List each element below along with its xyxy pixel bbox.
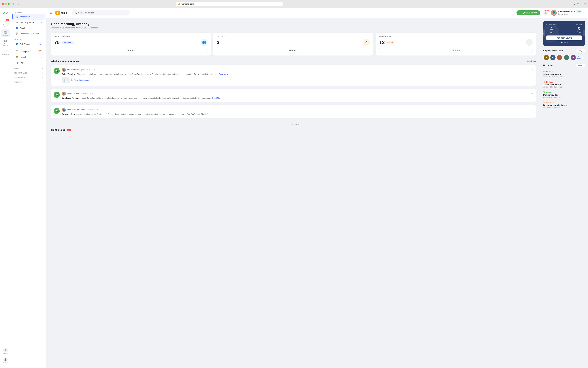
new-tab-icon[interactable]: ＋ bbox=[580, 2, 583, 6]
sidebar-label-self-service: Self-Service bbox=[20, 43, 38, 45]
people-icon: 👥 bbox=[15, 27, 18, 29]
sidebar-item-report[interactable]: 📊 Report bbox=[12, 60, 45, 65]
search-input[interactable] bbox=[78, 12, 127, 14]
feed-thumb-0: 📄 bbox=[62, 77, 69, 83]
things-badge: 10+ bbox=[67, 129, 71, 131]
view-all-onboarding-button[interactable]: VIEW ALL bbox=[379, 48, 533, 53]
sidebar-workforce-section[interactable]: WORKFORCE + bbox=[11, 75, 46, 79]
see-older-link[interactable]: See Older bbox=[527, 60, 536, 62]
rail-item-padi-docs[interactable]: 📄 Padi Docs bbox=[1, 48, 10, 56]
feed-more-icon-1[interactable]: ••• bbox=[530, 92, 533, 95]
feed-attachment-0[interactable]: 📄 📎 View Attachment bbox=[62, 77, 533, 83]
refresh-icon[interactable]: ↻ bbox=[573, 2, 575, 5]
maximize-button[interactable] bbox=[8, 3, 10, 5]
request-leave-button[interactable]: REQUEST LEAVE bbox=[546, 36, 582, 40]
leave-total-left-section: Total Left 3 Days bbox=[575, 24, 582, 33]
employees-filter-dropdown[interactable]: Today ▾ bbox=[576, 49, 585, 53]
on-leave-icon: ✈ bbox=[363, 39, 370, 46]
lock-icon: 🔒 bbox=[178, 3, 180, 5]
leave-dot-0 bbox=[561, 42, 562, 43]
sidebar-item-dashboard[interactable]: ⊞ Dashboard bbox=[12, 14, 45, 19]
employees-icon: 👥 bbox=[201, 39, 207, 46]
notification-button[interactable]: 🔔 10+ bbox=[543, 10, 549, 16]
holiday-icon: 🌿 bbox=[543, 91, 545, 93]
quick-actions-button[interactable]: + + QUICK ACTIONS bbox=[517, 10, 540, 15]
more-employees-badge[interactable]: +3 more bbox=[577, 55, 583, 60]
feed-user-avatar-2: 👤 bbox=[62, 108, 66, 112]
feed-avatar-icon-0: 📢 bbox=[54, 68, 60, 74]
upcoming-name-3: Bi-annual appraisal cycle bbox=[543, 104, 585, 106]
sidebar-core-hr-label: CORE HR bbox=[11, 38, 46, 41]
rail-item-company[interactable]: 🏢 Company bbox=[1, 29, 10, 37]
feed-more-icon-0[interactable]: ••• bbox=[530, 68, 533, 71]
load-more-button[interactable]: ... Load More bbox=[51, 121, 536, 127]
sidebar-toggle-icon[interactable]: ⊞ bbox=[11, 2, 15, 6]
sidebar-item-payroll[interactable]: 💳 Payroll ▾ bbox=[12, 54, 45, 60]
sidebar-item-leave-management[interactable]: ✈ Leave management 10+ bbox=[12, 47, 45, 54]
user-profile[interactable]: 👤 Anthony Odunaike ADMIN Human Resou... … bbox=[551, 10, 584, 16]
leave-card-prev-button[interactable]: ‹ bbox=[543, 30, 545, 37]
browser-chrome: ⊞ ‹ › 🛡 🔒 workpadi.com ↻ ⬆ ＋ ⧉ bbox=[0, 0, 588, 8]
feed-read-more-1[interactable]: Read More bbox=[212, 97, 222, 99]
share-icon[interactable]: ⬆ bbox=[577, 2, 579, 5]
stat-label-employees: Total Employees bbox=[54, 36, 207, 37]
view-all-leave-button[interactable]: VIEW ALL bbox=[217, 48, 370, 53]
rail-label-account: Account bbox=[3, 362, 8, 364]
leave-dot-1 bbox=[562, 42, 563, 43]
chevron-down-icon: ▾ bbox=[41, 22, 42, 23]
leave-total-left-label: Total Left bbox=[575, 24, 582, 26]
rail-label-company: Company bbox=[2, 35, 9, 36]
upcoming-filter-dropdown[interactable]: Today ▾ bbox=[576, 64, 585, 67]
shield-icon: 🛡 bbox=[26, 2, 29, 6]
feed-meta-0: 👤 Ayodeji Salami posted at 9:50 AM ••• bbox=[62, 68, 533, 72]
close-button[interactable] bbox=[2, 3, 4, 5]
address-bar[interactable]: 🔒 workpadi.com bbox=[176, 2, 283, 6]
view-all-employees-button[interactable]: VIEW ALL bbox=[54, 48, 207, 53]
feed-more-icon-2[interactable]: ••• bbox=[530, 109, 533, 111]
browser-actions: ↻ ⬆ ＋ ⧉ bbox=[573, 2, 586, 6]
stat-card-employees: Total Employees 75 3 NEW HIRES 👥 VIEW AL… bbox=[51, 33, 211, 55]
sidebar-item-people[interactable]: 👥 People bbox=[12, 25, 45, 31]
copy-icon[interactable]: ⧉ bbox=[585, 3, 586, 5]
feed-read-more-0[interactable]: Read More bbox=[219, 73, 228, 75]
browser-traffic-lights bbox=[2, 3, 10, 5]
forward-icon[interactable]: › bbox=[21, 2, 24, 6]
hamburger-icon[interactable]: ☰ bbox=[50, 11, 52, 15]
sidebar-performance-section[interactable]: PERFORMANCE + bbox=[11, 70, 46, 75]
feed-post-title-2: Progress Reports bbox=[62, 113, 78, 115]
rail-item-task-manager[interactable]: ☑ Task Manager bbox=[1, 38, 10, 48]
stat-label-on-leave: On leave bbox=[217, 36, 370, 37]
stat-value-row-leave: 3 ✈ bbox=[217, 39, 370, 46]
attachment-clip-icon: 📎 bbox=[71, 79, 73, 81]
dashboard-icon: ⊞ bbox=[16, 15, 19, 18]
sidebar-item-calendar[interactable]: 📅 Calendar & Reminders bbox=[12, 31, 45, 37]
logo-plus-icon: ✚ bbox=[57, 12, 58, 14]
sidebar-talent-section[interactable]: TALENT + bbox=[11, 66, 46, 70]
user-chevron-icon: ▾ bbox=[583, 12, 584, 14]
rail-item-support[interactable]: ? Support bbox=[1, 347, 10, 356]
feed-avatar-icon-2: 📢 bbox=[54, 108, 60, 114]
payroll-icon: 💳 bbox=[15, 56, 18, 58]
padi-docs-icon: 📄 bbox=[3, 50, 7, 53]
sidebar-item-self-service[interactable]: 👤 Self-Service 7 bbox=[12, 41, 45, 47]
minimize-button[interactable] bbox=[5, 3, 7, 5]
rail-label-support: Support bbox=[3, 353, 8, 354]
self-service-badge: 7 bbox=[39, 43, 42, 45]
sidebar-item-company-setup[interactable]: ⚙ Company Setup ▾ bbox=[12, 20, 45, 25]
feed-header: What's happening today See Older bbox=[51, 60, 536, 63]
sidebar-general-label: GENERAL bbox=[11, 10, 46, 14]
logo-text: acme bbox=[61, 11, 67, 14]
leave-card-next-button[interactable]: › bbox=[583, 30, 585, 37]
things-to-do-title: Things to do bbox=[51, 129, 66, 131]
sidebar-label-company-setup: Company Setup bbox=[20, 21, 39, 24]
rail-item-pending-tasks[interactable]: 10+ ✔ Pending Tasks bbox=[1, 19, 10, 29]
admin-badge: ADMIN bbox=[576, 10, 582, 13]
notification-badge: 10+ bbox=[545, 10, 549, 11]
leave-dot-2 bbox=[564, 42, 565, 43]
sidebar-finance-section[interactable]: FINANCE + bbox=[11, 79, 46, 84]
back-icon[interactable]: ‹ bbox=[17, 2, 20, 6]
search-bar[interactable]: 🔍 bbox=[72, 10, 130, 15]
payroll-chevron-icon: ▾ bbox=[41, 56, 42, 58]
topbar: ☰ ✚ acme 🔍 + + QUICK ACTIONS 🔔 10+ bbox=[46, 8, 588, 18]
rail-item-account[interactable]: 👤 Account bbox=[1, 356, 10, 365]
